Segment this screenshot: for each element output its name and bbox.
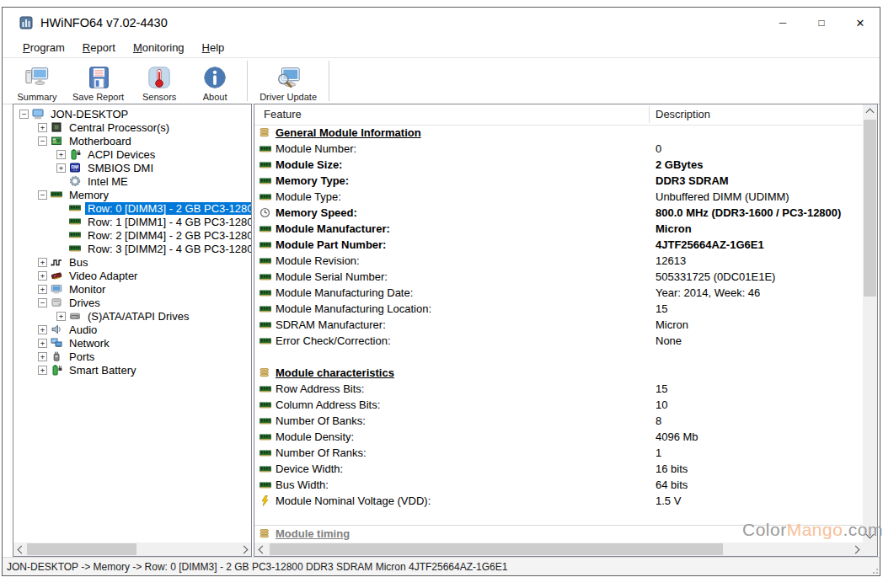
sensors-button[interactable]: Sensors bbox=[131, 58, 187, 104]
column-divider[interactable] bbox=[649, 106, 650, 123]
tree-item-video-adapter[interactable]: +Video Adapter bbox=[13, 269, 251, 282]
scroll-right-arrow-icon[interactable] bbox=[238, 543, 251, 556]
tree-item-bus[interactable]: +Bus bbox=[13, 255, 251, 269]
tree-horizontal-scrollbar[interactable] bbox=[13, 543, 251, 556]
expand-icon[interactable]: + bbox=[38, 285, 47, 294]
detail-vscroll-thumb[interactable] bbox=[864, 120, 876, 297]
summary-button[interactable]: Summary bbox=[9, 58, 65, 104]
feature-row-number-of-banks[interactable]: Number Of Banks:8 bbox=[254, 413, 863, 429]
expand-icon[interactable]: + bbox=[38, 258, 47, 267]
tree-item-smbios-dmi[interactable]: +DMI2.1SMBIOS DMI bbox=[13, 161, 251, 174]
tree-item-row-1-dimm1-4-gb-pc3-12800[interactable]: Row: 1 [DIMM1] - 4 GB PC3-12800 bbox=[13, 215, 251, 228]
detail-hscroll-thumb[interactable] bbox=[270, 543, 723, 555]
feature-row-module-type[interactable]: Module Type:Unbuffered DIMM (UDIMM) bbox=[254, 189, 863, 205]
expand-icon[interactable]: + bbox=[38, 271, 47, 281]
driver-update-button[interactable]: Driver Update bbox=[252, 58, 324, 104]
expand-icon[interactable]: + bbox=[38, 339, 47, 348]
menu-monitoring[interactable]: Monitoring bbox=[127, 40, 190, 56]
close-button[interactable]: ✕ bbox=[841, 8, 880, 38]
feature-label: SDRAM Manufacturer: bbox=[276, 318, 386, 331]
detail-horizontal-scrollbar[interactable] bbox=[254, 543, 863, 556]
feature-row-sdram-manufacturer[interactable]: SDRAM Manufacturer:Micron bbox=[254, 317, 863, 333]
expand-icon[interactable]: + bbox=[56, 163, 66, 173]
collapse-icon[interactable]: − bbox=[19, 110, 29, 119]
tree-item-smart-battery[interactable]: +Smart Battery bbox=[13, 363, 251, 377]
menu-program[interactable]: Program bbox=[17, 40, 71, 56]
expand-icon[interactable]: + bbox=[56, 312, 66, 321]
feature-row-memory-type[interactable]: Memory Type:DDR3 SDRAM bbox=[254, 173, 863, 189]
tree-item-intel-me[interactable]: Intel ME bbox=[13, 174, 251, 188]
tree-item-audio[interactable]: +Audio bbox=[13, 323, 251, 336]
feature-row-module-number[interactable]: Module Number:0 bbox=[254, 141, 863, 157]
collapse-icon[interactable]: − bbox=[38, 298, 47, 307]
feature-row-column-address-bits[interactable]: Column Address Bits:10 bbox=[254, 397, 863, 413]
expand-icon[interactable]: + bbox=[38, 325, 47, 334]
feature-row-module-serial-number[interactable]: Module Serial Number:505331725 (0DC01E1E… bbox=[254, 269, 863, 285]
feature-row-module-manufacturing-location[interactable]: Module Manufacturing Location:15 bbox=[254, 301, 863, 317]
description-column-header[interactable]: Description bbox=[656, 108, 710, 120]
feature-row-bus-width[interactable]: Bus Width:64 bits bbox=[254, 477, 863, 493]
tree-item-motherboard[interactable]: −Motherboard bbox=[13, 134, 251, 147]
expand-icon[interactable]: + bbox=[38, 352, 47, 361]
tree-item-row-3-dimm2-4-gb-pc3-12800[interactable]: Row: 3 [DIMM2] - 4 GB PC3-12800 bbox=[13, 242, 251, 255]
tree-item-central-processor-s[interactable]: +Central Processor(s) bbox=[13, 120, 251, 134]
feature-row-module-manufacturer[interactable]: Module Manufacturer:Micron bbox=[254, 221, 863, 237]
tree-item-monitor[interactable]: +Monitor bbox=[13, 282, 251, 296]
tree-item-label: Ports bbox=[67, 350, 97, 363]
save-report-button[interactable]: Save Report bbox=[65, 58, 131, 104]
resize-grip[interactable] bbox=[868, 564, 878, 574]
detail-vertical-scrollbar[interactable] bbox=[863, 104, 877, 543]
feature-label: Module Manufacturer: bbox=[276, 222, 390, 235]
expand-icon[interactable]: + bbox=[38, 123, 47, 132]
feature-row-number-of-ranks[interactable]: Number Of Ranks:1 bbox=[254, 445, 863, 461]
menu-help[interactable]: Help bbox=[196, 40, 231, 56]
feature-label: Column Address Bits: bbox=[276, 398, 380, 411]
ram-icon bbox=[69, 202, 82, 214]
feature-row-error-check-correction[interactable]: Error Check/Correction:None bbox=[254, 333, 863, 349]
tree-hscroll-thumb[interactable] bbox=[27, 543, 136, 555]
scroll-right-arrow-icon[interactable] bbox=[849, 543, 863, 556]
feature-column-header[interactable]: Feature bbox=[264, 108, 302, 120]
tree-item-drives[interactable]: −Drives bbox=[13, 296, 251, 309]
tree-item-ports[interactable]: +Ports bbox=[13, 350, 251, 363]
feature-row-module-part-number[interactable]: Module Part Number:4JTF25664AZ-1G6E1 bbox=[254, 237, 863, 253]
scroll-left-arrow-icon[interactable] bbox=[254, 543, 268, 556]
feature-row-row-address-bits[interactable]: Row Address Bits:15 bbox=[254, 381, 863, 397]
feature-row-device-width[interactable]: Device Width:16 bits bbox=[254, 461, 863, 477]
feature-row-module-size[interactable]: Module Size:2 GBytes bbox=[254, 157, 863, 173]
scroll-left-arrow-icon[interactable] bbox=[13, 543, 27, 556]
tree-item-row-0-dimm3-2-gb-pc3-12800[interactable]: Row: 0 [DIMM3] - 2 GB PC3-12800 bbox=[13, 201, 251, 215]
feature-row-module-manufacturing-date[interactable]: Module Manufacturing Date:Year: 2014, We… bbox=[254, 285, 863, 301]
collapse-icon[interactable]: − bbox=[38, 136, 47, 146]
feature-row-memory-speed[interactable]: Memory Speed:800.0 MHz (DDR3-1600 / PC3-… bbox=[254, 205, 863, 221]
tree-item-label: Smart Battery bbox=[67, 364, 138, 377]
section-module-characteristics[interactable]: Module characteristics bbox=[254, 365, 863, 381]
collapse-icon[interactable]: − bbox=[38, 190, 47, 200]
feature-row-module-revision[interactable]: Module Revision:12613 bbox=[254, 253, 863, 269]
tree-item-acpi-devices[interactable]: +ACPI Devices bbox=[13, 147, 251, 161]
scrollbar-corner bbox=[863, 543, 877, 556]
tree-item-label: Row: 1 [DIMM1] - 4 GB PC3-12800 bbox=[85, 216, 251, 228]
feature-label: Module Serial Number: bbox=[276, 270, 388, 283]
feature-row-module-density[interactable]: Module Density:4096 Mb bbox=[254, 429, 863, 445]
layers-icon bbox=[260, 367, 271, 379]
feature-value: 15 bbox=[656, 302, 667, 315]
feature-label: Number Of Banks: bbox=[276, 414, 366, 427]
tree-item-network[interactable]: +Network bbox=[13, 336, 251, 350]
ram-icon bbox=[260, 303, 271, 315]
tree-item-row-2-dimm4-2-gb-pc3-12800[interactable]: Row: 2 [DIMM4] - 2 GB PC3-12800 bbox=[13, 228, 251, 242]
feature-row-module-nominal-voltage-vdd[interactable]: Module Nominal Voltage (VDD):1.5 V bbox=[254, 493, 863, 509]
maximize-button[interactable]: □ bbox=[802, 8, 841, 38]
section-general-module-information[interactable]: General Module Information bbox=[254, 125, 863, 141]
about-button[interactable]: About bbox=[187, 58, 243, 104]
scroll-up-arrow-icon[interactable] bbox=[863, 104, 876, 118]
tree-item-memory[interactable]: −Memory bbox=[13, 188, 251, 201]
ram-icon bbox=[260, 415, 271, 427]
hwinfo-app-icon bbox=[19, 16, 33, 29]
tree-item-s-ata-atapi-drives[interactable]: +(S)ATA/ATAPI Drives bbox=[13, 309, 251, 323]
expand-icon[interactable]: + bbox=[38, 366, 47, 375]
menu-report[interactable]: Report bbox=[77, 40, 121, 56]
tree-item-jon-desktop[interactable]: −JON-DESKTOP bbox=[13, 107, 251, 120]
minimize-button[interactable]: ─ bbox=[763, 8, 802, 38]
expand-icon[interactable]: + bbox=[56, 150, 66, 159]
